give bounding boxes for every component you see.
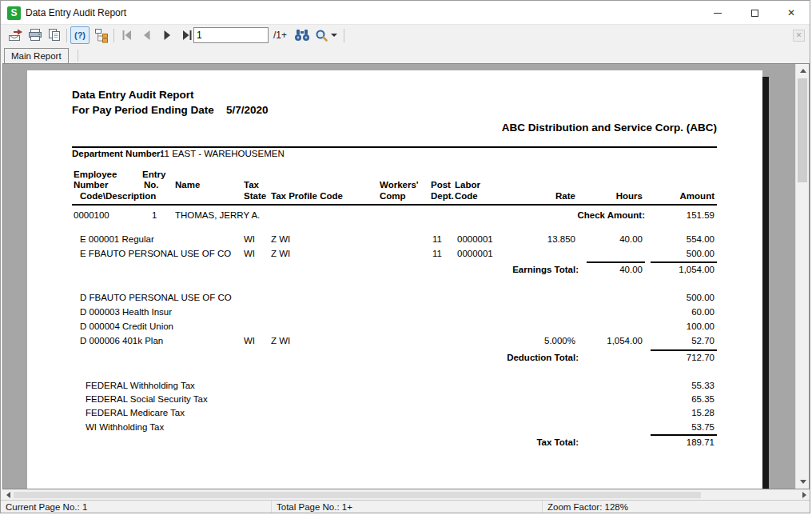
- previous-page-icon: [141, 30, 153, 41]
- tax-row: FEDERAL Medicare Tax 15.28: [27, 408, 762, 419]
- col-workers-comp: Comp: [380, 191, 406, 201]
- status-zoom-factor: Zoom Factor: 128%: [543, 501, 810, 513]
- group-tree-icon: [94, 28, 109, 43]
- minimize-icon: [714, 13, 722, 14]
- horizontal-scrollbar[interactable]: [2, 490, 810, 500]
- deduction-amount: 52.70: [635, 336, 714, 345]
- employee-entry-no: 1: [152, 210, 157, 220]
- deduction-amount: 60.00: [635, 307, 714, 317]
- report-page: Data Entry Audit Report For Pay Period E…: [27, 70, 762, 489]
- deduction-hours: 1,054.00: [563, 336, 643, 345]
- deduction-desc: D FBAUTO PERSONAL USE OF CO: [80, 293, 232, 302]
- earning-desc: E FBAUTO PERSONAL USE OF CO: [80, 249, 231, 258]
- earnings-row: E 000001 Regular WI Z WI 11 0000001 13.8…: [27, 234, 762, 246]
- scroll-right-button[interactable]: [798, 490, 810, 500]
- earning-desc: E 000001 Regular: [80, 234, 154, 244]
- toolbar-separator: [344, 29, 344, 42]
- tax-desc: WI Withholding Tax: [86, 422, 164, 432]
- employee-row: 0000100 1 THOMAS, JERRY A. Check Amount:…: [27, 210, 762, 222]
- scroll-up-icon: [800, 69, 806, 73]
- maximize-icon: [751, 10, 758, 17]
- vertical-scrollbar[interactable]: [795, 64, 809, 489]
- check-amount-value: 151.59: [635, 210, 714, 220]
- report-title: Data Entry Audit Report: [72, 89, 194, 101]
- deduction-amount: 500.00: [635, 293, 714, 302]
- find-button[interactable]: [293, 26, 312, 44]
- tax-row: WI Withholding Tax 53.75: [27, 422, 762, 433]
- earning-tax-state: WI: [244, 234, 255, 244]
- previous-page-button[interactable]: [137, 26, 157, 44]
- scroll-down-icon: [800, 480, 806, 484]
- col-hours: Hours: [563, 191, 643, 201]
- earning-amount: 500.00: [635, 249, 714, 258]
- col-code-description: Code\Description: [80, 191, 156, 201]
- maximize-button[interactable]: [736, 1, 773, 25]
- tax-desc: FEDERAL Social Security Tax: [86, 394, 208, 404]
- export-button[interactable]: [6, 26, 26, 44]
- zoom-button[interactable]: [313, 26, 339, 44]
- copy-icon: [47, 28, 62, 42]
- earning-tax-profile: Z WI: [271, 234, 290, 244]
- deduction-total-amount: 712.70: [635, 353, 714, 362]
- tax-amount: 15.28: [635, 408, 714, 417]
- tab-main-report[interactable]: Main Report: [4, 48, 69, 63]
- tax-amount-rule: [651, 434, 717, 436]
- col-entry-2: No.: [144, 180, 159, 190]
- col-tax: Tax: [244, 180, 259, 190]
- print-button[interactable]: [26, 26, 45, 44]
- close-current-view-button[interactable]: ✕: [793, 30, 805, 42]
- scroll-left-button[interactable]: [2, 490, 14, 500]
- earning-labor-code: 0000001: [457, 234, 493, 244]
- tab-divider: [78, 50, 78, 62]
- earning-tax-profile: Z WI: [271, 249, 290, 258]
- first-page-button[interactable]: [117, 26, 137, 44]
- refresh-icon: (?): [74, 30, 86, 40]
- last-page-icon: [181, 30, 193, 41]
- deduction-row: D 000006 401k Plan WI Z WI 5.000% 1,054.…: [27, 336, 762, 347]
- scroll-right-icon: [802, 492, 806, 498]
- earning-post-dept: 11: [432, 234, 442, 244]
- scroll-down-button[interactable]: [796, 475, 810, 489]
- employee-name: THOMAS, JERRY A.: [175, 210, 260, 220]
- title-bar: S Data Entry Audit Report ✕: [1, 1, 810, 25]
- status-current-page: Current Page No.: 1: [1, 501, 272, 513]
- col-workers: Workers': [380, 180, 419, 190]
- deduction-row: D 000003 Health Insur 60.00: [27, 307, 762, 318]
- department-value: 11 EAST - WAREHOUSEMEN: [160, 149, 285, 158]
- window-title: Data Entry Audit Report: [26, 1, 126, 25]
- print-icon: [27, 28, 43, 42]
- earnings-row: E FBAUTO PERSONAL USE OF CO WI Z WI 11 0…: [27, 249, 762, 260]
- deduction-total-row: Deduction Total: 712.70: [27, 353, 762, 364]
- tax-total-amount: 189.71: [635, 437, 714, 447]
- earnings-total-label: Earnings Total:: [419, 265, 579, 274]
- export-icon: [8, 28, 24, 42]
- status-total-page: Total Page No.: 1+: [272, 501, 543, 513]
- deduction-row: D FBAUTO PERSONAL USE OF CO 500.00: [27, 293, 762, 304]
- next-page-button[interactable]: [157, 26, 177, 44]
- vertical-scroll-thumb[interactable]: [798, 78, 807, 182]
- tax-desc: FEDERAL Withholding Tax: [86, 381, 195, 390]
- earning-post-dept: 11: [432, 249, 442, 258]
- window-controls: ✕: [699, 1, 810, 25]
- earnings-total-row: Earnings Total: 40.00 1,054.00: [27, 265, 762, 276]
- close-button[interactable]: ✕: [773, 1, 810, 25]
- employee-code: 0000100: [74, 210, 109, 220]
- col-entry: Entry: [142, 170, 165, 179]
- copy-button[interactable]: [45, 26, 64, 44]
- col-post-dept: Dept.: [431, 191, 454, 201]
- horizontal-scroll-thumb[interactable]: [14, 492, 701, 498]
- page-number-input[interactable]: [193, 27, 269, 43]
- tax-desc: FEDERAL Medicare Tax: [86, 408, 185, 417]
- tax-row: FEDERAL Withholding Tax 55.33: [27, 381, 762, 392]
- earnings-amount-rule: [651, 261, 717, 263]
- department-label: Department Number:: [72, 149, 163, 158]
- tax-total-row: Tax Total: 189.71: [27, 437, 762, 449]
- group-tree-button[interactable]: [92, 26, 111, 44]
- minimize-button[interactable]: [699, 1, 736, 25]
- scroll-up-button[interactable]: [796, 64, 810, 78]
- tax-amount: 55.33: [635, 381, 714, 390]
- col-tax-profile-code: Tax Profile Code: [271, 191, 343, 201]
- refresh-button[interactable]: (?): [70, 26, 90, 44]
- column-header-row-3: Code\Description State Tax Profile Code …: [27, 191, 762, 202]
- close-icon: ✕: [787, 8, 795, 18]
